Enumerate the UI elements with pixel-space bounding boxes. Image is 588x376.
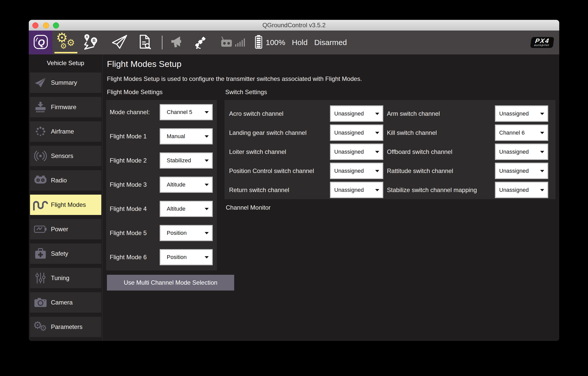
flight-mode-5-dropdown[interactable]: Position	[160, 225, 213, 241]
firmware-download-icon	[30, 101, 51, 113]
mode-channel-dropdown[interactable]: Channel 5	[160, 104, 213, 120]
plan-view-button[interactable]: AB	[82, 34, 99, 51]
megaphone-icon	[171, 35, 184, 50]
sidebar-item-firmware[interactable]: Firmware	[30, 97, 101, 117]
svg-text:Q: Q	[38, 37, 45, 47]
use-multi-channel-mode-selection-button[interactable]: Use Multi Channel Mode Selection	[107, 275, 234, 291]
flight-mode-2-label: Flight Mode 2	[110, 157, 147, 164]
chevron-down-icon	[205, 184, 209, 186]
page-subtitle: Flight Modes Setup is used to configure …	[107, 75, 362, 82]
airframe-spinner-icon	[30, 125, 51, 138]
sidebar-item-radio[interactable]: Radio	[30, 170, 101, 191]
satellite-icon	[193, 35, 207, 50]
toolbar-divider	[162, 36, 162, 49]
flight-mode-5-row: Flight Mode 5Position	[110, 225, 213, 241]
sidebar-item-label: Radio	[51, 177, 67, 184]
flight-mode-indicator[interactable]: Hold	[292, 38, 308, 47]
px4-autopilot-logo: PX4 autopilot	[530, 37, 554, 48]
flight-mode-3-row: Flight Mode 3Altitude	[110, 177, 213, 193]
return-switch-dropdown[interactable]: Unassigned	[330, 182, 383, 198]
sidebar-item-power[interactable]: Power	[30, 219, 101, 239]
title-bar: QGroundControl v3.5.2	[29, 20, 559, 31]
offboard-switch-dropdown[interactable]: Unassigned	[495, 144, 548, 160]
dropdown-selected-value: Unassigned	[499, 187, 529, 193]
acro-switch-dropdown[interactable]: Unassigned	[330, 106, 383, 122]
sidebar-item-summary[interactable]: Summary	[30, 73, 101, 93]
chevron-down-icon	[540, 132, 544, 134]
radio-remote-icon	[30, 175, 51, 186]
armed-state-indicator[interactable]: Disarmed	[314, 38, 347, 47]
dropdown-selected-value: Altitude	[167, 206, 185, 212]
close-window-button[interactable]	[32, 22, 38, 28]
channel-monitor-heading: Channel Monitor	[226, 204, 271, 211]
qgc-home-button[interactable]: Q	[29, 31, 52, 54]
gps-indicator[interactable]	[193, 35, 207, 50]
arm-switch-label: Arm switch channel	[383, 106, 495, 122]
flight-mode-6-dropdown[interactable]: Position	[160, 249, 213, 265]
chevron-down-icon	[375, 132, 379, 134]
battery-indicator[interactable]	[255, 35, 263, 50]
flight-mode-4-label: Flight Mode 4	[110, 205, 147, 212]
flight-mode-6-label: Flight Mode 6	[110, 254, 147, 261]
dropdown-selected-value: Position	[167, 230, 187, 236]
loiter-switch-label: Loiter switch channel	[229, 144, 330, 160]
dropdown-selected-value: Unassigned	[334, 168, 364, 174]
sidebar-item-flight-modes[interactable]: Flight Modes	[30, 195, 101, 215]
sidebar-item-tuning[interactable]: Tuning	[30, 268, 101, 288]
window-title: QGroundControl v3.5.2	[262, 22, 326, 29]
main-toolbar: Q ⚙ ⚙ ⚙ AB	[29, 31, 559, 54]
switch-settings-heading: Switch Settings	[225, 89, 267, 96]
sidebar-item-safety[interactable]: Safety	[30, 243, 101, 264]
rc-remote-icon	[220, 36, 233, 49]
stabilize-switch-dropdown[interactable]: Unassigned	[495, 182, 548, 198]
svg-text:A: A	[86, 35, 88, 39]
chevron-down-icon	[205, 160, 209, 162]
dropdown-selected-value: Altitude	[167, 181, 185, 188]
loiter-switch-dropdown[interactable]: Unassigned	[330, 144, 383, 160]
sidebar-item-parameters[interactable]: ⚙⚙Parameters	[30, 317, 101, 337]
dropdown-selected-value: Unassigned	[334, 129, 364, 136]
chevron-down-icon	[375, 151, 379, 153]
sidebar-item-camera[interactable]: Camera	[30, 292, 101, 313]
flight-mode-3-dropdown[interactable]: Altitude	[160, 177, 213, 193]
mode-channel-row: Mode channel:Channel 5	[110, 104, 213, 120]
analyze-view-button[interactable]	[138, 34, 152, 51]
chevron-down-icon	[205, 256, 209, 258]
flight-mode-1-dropdown[interactable]: Manual	[160, 128, 213, 144]
messages-indicator[interactable]	[171, 35, 184, 50]
rc-rssi-indicator[interactable]	[220, 36, 245, 49]
camera-icon	[30, 297, 51, 308]
arm-switch-dropdown[interactable]: Unassigned	[495, 106, 548, 122]
sidebar-item-airframe[interactable]: Airframe	[30, 121, 101, 142]
dropdown-selected-value: Channel 5	[167, 109, 192, 115]
fly-view-button[interactable]	[111, 35, 127, 50]
flight-mode-settings-heading: Flight Mode Settings	[107, 89, 163, 96]
flight-mode-2-dropdown[interactable]: Stabilized	[160, 153, 213, 168]
zoom-window-button[interactable]	[53, 22, 59, 28]
chevron-down-icon	[375, 170, 379, 172]
switch-settings-panel: Acro switch channelUnassignedArm switch …	[225, 100, 555, 199]
chevron-down-icon	[540, 151, 544, 153]
flight-mode-1-row: Flight Mode 1Manual	[110, 128, 213, 144]
parameters-gears-icon: ⚙⚙	[30, 320, 51, 334]
svg-text:B: B	[93, 38, 95, 43]
chevron-down-icon	[540, 170, 544, 172]
kill-switch-dropdown[interactable]: Channel 6	[495, 125, 548, 141]
minimize-window-button[interactable]	[43, 22, 49, 28]
vehicle-setup-view-button[interactable]: ⚙ ⚙ ⚙	[52, 31, 79, 54]
dropdown-selected-value: Unassigned	[499, 149, 529, 155]
rattitude-switch-dropdown[interactable]: Unassigned	[495, 163, 548, 179]
safety-kit-icon	[30, 248, 51, 259]
flight-mode-settings-panel: Mode channel:Channel 5Flight Mode 1Manua…	[106, 100, 217, 270]
position-control-switch-dropdown[interactable]: Unassigned	[330, 163, 383, 179]
stabilize-switch-label: Stabilize switch channel mapping	[383, 182, 495, 198]
landing-gear-switch-dropdown[interactable]: Unassigned	[330, 125, 383, 141]
flight-mode-6-row: Flight Mode 6Position	[110, 249, 213, 265]
position-control-switch-label: Position Control switch channel	[229, 163, 330, 179]
sidebar-item-sensors[interactable]: Sensors	[30, 146, 101, 166]
page-title: Flight Modes Setup	[107, 59, 181, 69]
vehicle-setup-sidebar: Vehicle Setup SummaryFirmwareAirframeSen…	[29, 54, 103, 341]
battery-percent: 100%	[266, 38, 285, 47]
return-switch-label: Return switch channel	[229, 182, 330, 198]
flight-mode-4-dropdown[interactable]: Altitude	[160, 201, 213, 217]
